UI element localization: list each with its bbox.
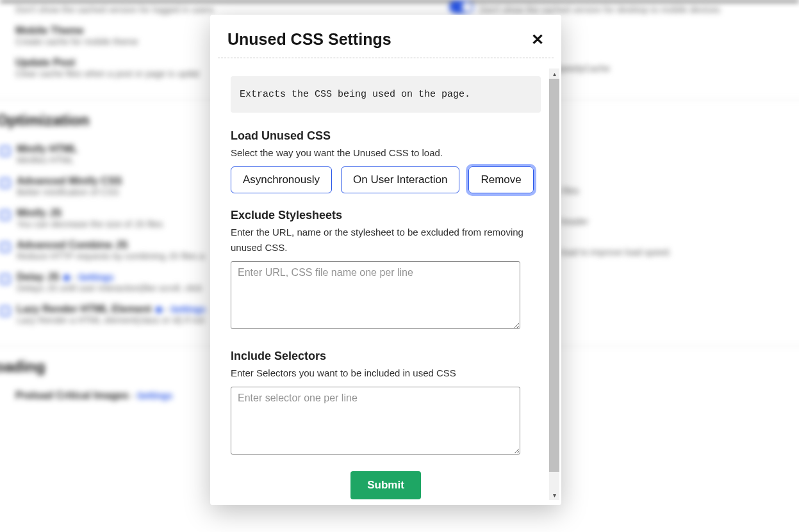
load-option-group: Asynchronously On User Interaction Remov… (231, 166, 541, 193)
exclude-stylesheets-heading: Exclude Stylesheets (231, 209, 541, 222)
modal-body: Extracts the CSS being used on the page.… (210, 58, 548, 505)
scroll-down-icon[interactable]: ▾ (549, 490, 559, 500)
exclude-stylesheets-desc: Enter the URL, name or the stylesheet to… (231, 225, 541, 255)
include-selectors-heading: Include Selectors (231, 350, 541, 363)
load-option-on-user-interaction[interactable]: On User Interaction (341, 166, 459, 193)
include-selectors-desc: Enter Selectors you want to be included … (231, 366, 541, 380)
load-unused-css-heading: Load Unused CSS (231, 129, 541, 143)
modal-title: Unused CSS Settings (227, 30, 391, 49)
close-icon[interactable]: ✕ (531, 32, 544, 47)
scroll-up-icon[interactable]: ▴ (549, 69, 559, 79)
exclude-stylesheets-input[interactable] (231, 261, 520, 329)
load-option-remove[interactable]: Remove (468, 166, 533, 193)
include-selectors-input[interactable] (231, 387, 520, 455)
modal-header: Unused CSS Settings ✕ (210, 15, 561, 58)
load-option-asynchronously[interactable]: Asynchronously (231, 166, 332, 193)
load-unused-css-desc: Select the way you want the Unused CSS t… (231, 145, 541, 160)
info-description: Extracts the CSS being used on the page. (231, 76, 541, 113)
modal-scrollbar[interactable]: ▴ ▾ (549, 69, 559, 500)
scroll-track[interactable] (549, 79, 559, 490)
submit-button[interactable]: Submit (350, 471, 421, 499)
scroll-thumb[interactable] (549, 79, 559, 472)
unused-css-settings-modal: Unused CSS Settings ✕ Extracts the CSS b… (210, 15, 561, 505)
